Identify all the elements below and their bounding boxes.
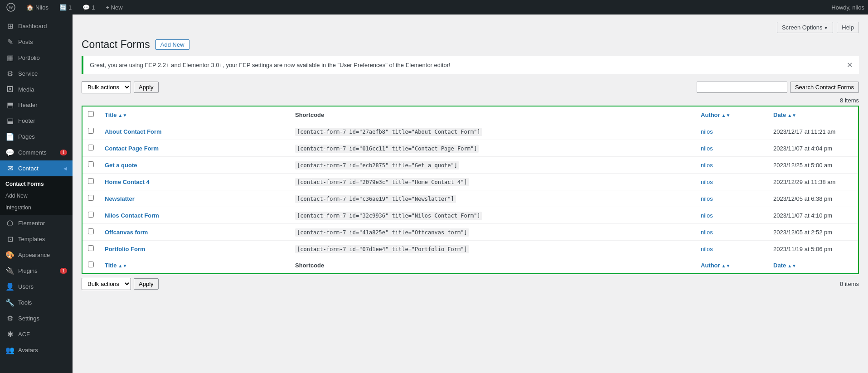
media-icon: 🖼 xyxy=(5,85,15,93)
sidebar-item-footer[interactable]: ⬓ Footer xyxy=(0,113,73,129)
submenu-add-new[interactable]: Add New xyxy=(0,190,73,202)
row-title-cell: Get a quote xyxy=(99,157,290,174)
row-checkbox[interactable] xyxy=(88,145,94,150)
toolbar-right: Search Contact Forms xyxy=(697,82,859,93)
sidebar-item-templates[interactable]: ⊡ Templates xyxy=(0,231,73,247)
row-checkbox[interactable] xyxy=(88,195,94,201)
row-checkbox-cell xyxy=(82,224,99,241)
row-author-cell: nilos xyxy=(695,190,768,207)
search-input[interactable] xyxy=(697,82,787,93)
updates[interactable]: 🔄 1 xyxy=(57,4,74,11)
sidebar-item-elementor[interactable]: ⬡ Elementor xyxy=(0,215,73,231)
row-author-cell: nilos xyxy=(695,224,768,241)
sidebar-item-contact[interactable]: ✉ Contact ◀ xyxy=(0,160,73,176)
row-checkbox[interactable] xyxy=(88,228,94,234)
sidebar-item-appearance[interactable]: 🎨 Appearance xyxy=(0,247,73,263)
apply-button-top[interactable]: Apply xyxy=(134,82,159,93)
row-checkbox-cell xyxy=(82,140,99,157)
footer-icon: ⬓ xyxy=(5,116,15,125)
row-date-cell: 2023/12/17 at 11:21 am xyxy=(768,123,858,140)
row-checkbox[interactable] xyxy=(88,212,94,218)
select-all-checkbox[interactable] xyxy=(88,111,94,117)
row-checkbox[interactable] xyxy=(88,178,94,184)
apply-button-bottom[interactable]: Apply xyxy=(134,278,159,290)
row-date-cell: 2023/12/29 at 11:38 am xyxy=(768,174,858,190)
new-item[interactable]: + New xyxy=(103,4,125,11)
form-title-link[interactable]: Home Contact 4 xyxy=(105,179,150,185)
help-button[interactable]: Help xyxy=(837,22,859,33)
items-count-top: 8 items xyxy=(82,97,859,104)
form-title-link[interactable]: About Contact Form xyxy=(105,128,162,135)
submenu-contact-forms[interactable]: Contact Forms xyxy=(0,178,73,190)
form-title-link[interactable]: Get a quote xyxy=(105,162,137,169)
sidebar-item-service[interactable]: ⚙ Service xyxy=(0,66,73,82)
author-column-header[interactable]: Author▲▼ xyxy=(695,106,768,123)
table-row: Nilos Contact Form [contact-form-7 id="3… xyxy=(82,207,858,224)
form-title-link[interactable]: Portfolio Form xyxy=(105,246,145,252)
row-title-cell: Newslatter xyxy=(99,190,290,207)
wp-logo[interactable]: W xyxy=(4,3,18,12)
bulk-actions-select-bottom[interactable]: Bulk actions xyxy=(82,278,131,290)
page-header: Contact Forms Add New xyxy=(82,39,859,51)
form-title-link[interactable]: Nilos Contact Form xyxy=(105,212,159,219)
row-checkbox[interactable] xyxy=(88,245,94,251)
arrow-icon: ◀ xyxy=(63,166,67,171)
sidebar-item-pages[interactable]: 📄 Pages xyxy=(0,129,73,145)
row-shortcode-cell: [contact-form-7 id="ecb2875" title="Get … xyxy=(290,157,695,174)
table-row: Offcanvas form [contact-form-7 id="41a82… xyxy=(82,224,858,241)
row-date-cell: 2023/12/25 at 5:00 am xyxy=(768,157,858,174)
row-shortcode-cell: [contact-form-7 id="2079e3c" title="Home… xyxy=(290,174,695,190)
bulk-actions-select-top[interactable]: Bulk actions xyxy=(82,81,131,93)
sidebar-item-plugins[interactable]: 🔌 Plugins 1 xyxy=(0,263,73,279)
appearance-icon: 🎨 xyxy=(5,251,15,259)
submenu-integration[interactable]: Integration xyxy=(0,202,73,213)
row-date-cell: 2023/12/05 at 2:52 pm xyxy=(768,224,858,241)
row-checkbox[interactable] xyxy=(88,128,94,134)
search-button[interactable]: Search Contact Forms xyxy=(790,82,859,93)
comments-icon: 💬 xyxy=(5,148,15,157)
comments-bar[interactable]: 💬 1 xyxy=(80,4,97,11)
shortcode-value: [contact-form-7 id="ecb2875" title="Get … xyxy=(295,161,459,170)
dashboard-icon: ⊞ xyxy=(5,22,15,30)
shortcode-value: [contact-form-7 id="41a825e" title="Offc… xyxy=(295,228,469,237)
sidebar-item-comments[interactable]: 💬 Comments 1 xyxy=(0,145,73,160)
elementor-icon: ⬡ xyxy=(5,219,15,228)
row-shortcode-cell: [contact-form-7 id="016cc11" title="Cont… xyxy=(290,140,695,157)
row-checkbox[interactable] xyxy=(88,161,94,167)
site-name[interactable]: 🏠 Nilos xyxy=(24,4,51,11)
contact-forms-table: Title▲▼ Shortcode Author▲▼ Date▲▼ About … xyxy=(82,106,859,274)
form-title-link[interactable]: Newslatter xyxy=(105,195,135,202)
date-column-footer[interactable]: Date▲▼ xyxy=(768,257,858,274)
sidebar-item-tools[interactable]: 🔧 Tools xyxy=(0,295,73,310)
row-checkbox-cell xyxy=(82,157,99,174)
sidebar-item-settings[interactable]: ⚙ Settings xyxy=(0,310,73,326)
main-content: Screen Options Help Contact Forms Add Ne… xyxy=(73,15,868,373)
sidebar-item-dashboard[interactable]: ⊞ Dashboard xyxy=(0,18,73,34)
row-title-cell: Nilos Contact Form xyxy=(99,207,290,224)
add-new-button[interactable]: Add New xyxy=(155,39,189,50)
title-column-footer[interactable]: Title▲▼ xyxy=(99,257,290,274)
form-title-link[interactable]: Contact Page Form xyxy=(105,145,159,152)
sidebar-item-header[interactable]: ⬒ Header xyxy=(0,97,73,113)
sidebar-item-posts[interactable]: ✎ Posts xyxy=(0,34,73,50)
table-row: Portfolio Form [contact-form-7 id="07d1e… xyxy=(82,241,858,257)
sidebar-item-avatars[interactable]: 👥 Avatars xyxy=(0,342,73,358)
date-column-header[interactable]: Date▲▼ xyxy=(768,106,858,123)
row-author-cell: nilos xyxy=(695,123,768,140)
sidebar-item-acf[interactable]: ✱ ACF xyxy=(0,326,73,342)
header-icon: ⬒ xyxy=(5,101,15,109)
title-column-header[interactable]: Title▲▼ xyxy=(99,106,290,123)
items-count-bottom: 8 items xyxy=(840,281,859,287)
form-title-link[interactable]: Offcanvas form xyxy=(105,229,148,236)
screen-options-button[interactable]: Screen Options xyxy=(777,22,833,33)
templates-icon: ⊡ xyxy=(5,235,15,243)
select-all-checkbox-footer[interactable] xyxy=(88,262,94,267)
sidebar-item-media[interactable]: 🖼 Media xyxy=(0,82,73,97)
sidebar-item-users[interactable]: 👤 Users xyxy=(0,279,73,295)
notice-close-button[interactable]: ✕ xyxy=(847,61,853,69)
sidebar-item-portfolio[interactable]: ▦ Portfolio xyxy=(0,50,73,66)
author-column-footer[interactable]: Author▲▼ xyxy=(695,257,768,274)
row-date-cell: 2023/11/07 at 4:04 pm xyxy=(768,140,858,157)
shortcode-column-footer: Shortcode xyxy=(290,257,695,274)
sidebar: ⊞ Dashboard ✎ Posts ▦ Portfolio ⚙ Servic… xyxy=(0,15,73,373)
